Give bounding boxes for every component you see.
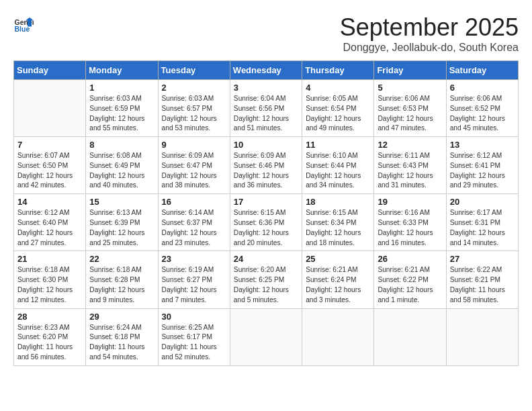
day-info: Sunrise: 6:12 AM Sunset: 6:41 PM Dayligh… <box>450 151 515 191</box>
calendar-cell: 14Sunrise: 6:12 AM Sunset: 6:40 PM Dayli… <box>14 194 86 251</box>
day-info: Sunrise: 6:08 AM Sunset: 6:49 PM Dayligh… <box>89 151 154 191</box>
weekday-monday: Monday <box>86 61 158 80</box>
day-number: 22 <box>89 254 154 264</box>
day-info: Sunrise: 6:21 AM Sunset: 6:22 PM Dayligh… <box>378 265 442 305</box>
day-info: Sunrise: 6:06 AM Sunset: 6:52 PM Dayligh… <box>450 94 515 134</box>
day-number: 27 <box>450 254 515 264</box>
day-info: Sunrise: 6:06 AM Sunset: 6:53 PM Dayligh… <box>378 94 442 134</box>
day-number: 17 <box>234 197 298 207</box>
calendar-cell: 26Sunrise: 6:21 AM Sunset: 6:22 PM Dayli… <box>374 251 446 308</box>
day-number: 8 <box>89 140 154 150</box>
calendar-cell <box>230 308 302 365</box>
day-number: 28 <box>17 312 82 322</box>
day-info: Sunrise: 6:09 AM Sunset: 6:47 PM Dayligh… <box>162 151 226 191</box>
day-number: 23 <box>162 254 226 264</box>
calendar-cell: 13Sunrise: 6:12 AM Sunset: 6:41 PM Dayli… <box>446 137 518 194</box>
week-row-4: 21Sunrise: 6:18 AM Sunset: 6:30 PM Dayli… <box>14 251 519 308</box>
day-number: 7 <box>17 140 82 150</box>
calendar-cell: 10Sunrise: 6:09 AM Sunset: 6:46 PM Dayli… <box>230 137 302 194</box>
day-number: 18 <box>306 197 370 207</box>
day-info: Sunrise: 6:12 AM Sunset: 6:40 PM Dayligh… <box>17 208 82 248</box>
day-info: Sunrise: 6:10 AM Sunset: 6:44 PM Dayligh… <box>306 151 370 191</box>
calendar-cell: 15Sunrise: 6:13 AM Sunset: 6:39 PM Dayli… <box>86 194 158 251</box>
calendar-cell: 20Sunrise: 6:17 AM Sunset: 6:31 PM Dayli… <box>446 194 518 251</box>
day-info: Sunrise: 6:05 AM Sunset: 6:54 PM Dayligh… <box>306 94 370 134</box>
day-number: 12 <box>378 140 442 150</box>
day-info: Sunrise: 6:04 AM Sunset: 6:56 PM Dayligh… <box>234 94 298 134</box>
day-info: Sunrise: 6:03 AM Sunset: 6:57 PM Dayligh… <box>162 94 226 134</box>
calendar-cell: 4Sunrise: 6:05 AM Sunset: 6:54 PM Daylig… <box>302 80 374 137</box>
day-info: Sunrise: 6:18 AM Sunset: 6:30 PM Dayligh… <box>17 265 82 305</box>
calendar-cell: 30Sunrise: 6:25 AM Sunset: 6:17 PM Dayli… <box>158 308 230 365</box>
day-number: 3 <box>234 83 298 93</box>
weekday-header-row: SundayMondayTuesdayWednesdayThursdayFrid… <box>14 61 519 80</box>
day-info: Sunrise: 6:15 AM Sunset: 6:34 PM Dayligh… <box>306 208 370 248</box>
calendar-cell: 29Sunrise: 6:24 AM Sunset: 6:18 PM Dayli… <box>86 308 158 365</box>
calendar-cell: 7Sunrise: 6:07 AM Sunset: 6:50 PM Daylig… <box>14 137 86 194</box>
day-number: 25 <box>306 254 370 264</box>
day-number: 13 <box>450 140 515 150</box>
calendar-cell: 3Sunrise: 6:04 AM Sunset: 6:56 PM Daylig… <box>230 80 302 137</box>
calendar-cell: 18Sunrise: 6:15 AM Sunset: 6:34 PM Dayli… <box>302 194 374 251</box>
title-block: September 2025 Donggye, Jeollabuk-do, So… <box>340 13 519 54</box>
day-number: 11 <box>306 140 370 150</box>
day-number: 20 <box>450 197 515 207</box>
calendar-cell: 19Sunrise: 6:16 AM Sunset: 6:33 PM Dayli… <box>374 194 446 251</box>
week-row-3: 14Sunrise: 6:12 AM Sunset: 6:40 PM Dayli… <box>14 194 519 251</box>
day-number: 26 <box>378 254 442 264</box>
day-info: Sunrise: 6:03 AM Sunset: 6:59 PM Dayligh… <box>89 94 154 134</box>
weekday-thursday: Thursday <box>302 61 374 80</box>
month-title: September 2025 <box>340 13 519 42</box>
day-number: 16 <box>162 197 226 207</box>
day-info: Sunrise: 6:07 AM Sunset: 6:50 PM Dayligh… <box>17 151 82 191</box>
weekday-wednesday: Wednesday <box>230 61 302 80</box>
weekday-sunday: Sunday <box>14 61 86 80</box>
day-number: 29 <box>89 312 154 322</box>
day-info: Sunrise: 6:09 AM Sunset: 6:46 PM Dayligh… <box>234 151 298 191</box>
calendar-cell: 9Sunrise: 6:09 AM Sunset: 6:47 PM Daylig… <box>158 137 230 194</box>
day-number: 24 <box>234 254 298 264</box>
calendar-table: SundayMondayTuesdayWednesdayThursdayFrid… <box>13 60 519 366</box>
logo: General Blue <box>13 13 34 34</box>
calendar-cell <box>446 308 518 365</box>
day-info: Sunrise: 6:11 AM Sunset: 6:43 PM Dayligh… <box>378 151 442 191</box>
logo-icon: General Blue <box>13 13 34 34</box>
page-header: General Blue September 2025 Donggye, Jeo… <box>13 13 519 54</box>
calendar-cell: 11Sunrise: 6:10 AM Sunset: 6:44 PM Dayli… <box>302 137 374 194</box>
calendar-cell: 2Sunrise: 6:03 AM Sunset: 6:57 PM Daylig… <box>158 80 230 137</box>
day-number: 6 <box>450 83 515 93</box>
day-info: Sunrise: 6:13 AM Sunset: 6:39 PM Dayligh… <box>89 208 154 248</box>
day-number: 19 <box>378 197 442 207</box>
day-info: Sunrise: 6:17 AM Sunset: 6:31 PM Dayligh… <box>450 208 515 248</box>
week-row-2: 7Sunrise: 6:07 AM Sunset: 6:50 PM Daylig… <box>14 137 519 194</box>
calendar-cell <box>302 308 374 365</box>
calendar-cell: 27Sunrise: 6:22 AM Sunset: 6:21 PM Dayli… <box>446 251 518 308</box>
calendar-cell: 8Sunrise: 6:08 AM Sunset: 6:49 PM Daylig… <box>86 137 158 194</box>
day-info: Sunrise: 6:19 AM Sunset: 6:27 PM Dayligh… <box>162 265 226 305</box>
day-number: 14 <box>17 197 82 207</box>
location-subtitle: Donggye, Jeollabuk-do, South Korea <box>340 42 519 54</box>
day-number: 5 <box>378 83 442 93</box>
weekday-friday: Friday <box>374 61 446 80</box>
calendar-cell: 22Sunrise: 6:18 AM Sunset: 6:28 PM Dayli… <box>86 251 158 308</box>
day-info: Sunrise: 6:25 AM Sunset: 6:17 PM Dayligh… <box>162 323 226 363</box>
day-number: 30 <box>162 312 226 322</box>
weekday-tuesday: Tuesday <box>158 61 230 80</box>
calendar-cell <box>14 80 86 137</box>
day-number: 1 <box>89 83 154 93</box>
calendar-cell: 17Sunrise: 6:15 AM Sunset: 6:36 PM Dayli… <box>230 194 302 251</box>
svg-text:Blue: Blue <box>15 25 30 33</box>
day-number: 15 <box>89 197 154 207</box>
calendar-cell: 25Sunrise: 6:21 AM Sunset: 6:24 PM Dayli… <box>302 251 374 308</box>
day-number: 21 <box>17 254 82 264</box>
calendar-cell: 21Sunrise: 6:18 AM Sunset: 6:30 PM Dayli… <box>14 251 86 308</box>
day-info: Sunrise: 6:15 AM Sunset: 6:36 PM Dayligh… <box>234 208 298 248</box>
day-info: Sunrise: 6:22 AM Sunset: 6:21 PM Dayligh… <box>450 265 515 305</box>
day-info: Sunrise: 6:23 AM Sunset: 6:20 PM Dayligh… <box>17 323 82 363</box>
day-info: Sunrise: 6:18 AM Sunset: 6:28 PM Dayligh… <box>89 265 154 305</box>
week-row-5: 28Sunrise: 6:23 AM Sunset: 6:20 PM Dayli… <box>14 308 519 365</box>
calendar-cell: 12Sunrise: 6:11 AM Sunset: 6:43 PM Dayli… <box>374 137 446 194</box>
day-number: 2 <box>162 83 226 93</box>
day-info: Sunrise: 6:14 AM Sunset: 6:37 PM Dayligh… <box>162 208 226 248</box>
calendar-cell <box>374 308 446 365</box>
